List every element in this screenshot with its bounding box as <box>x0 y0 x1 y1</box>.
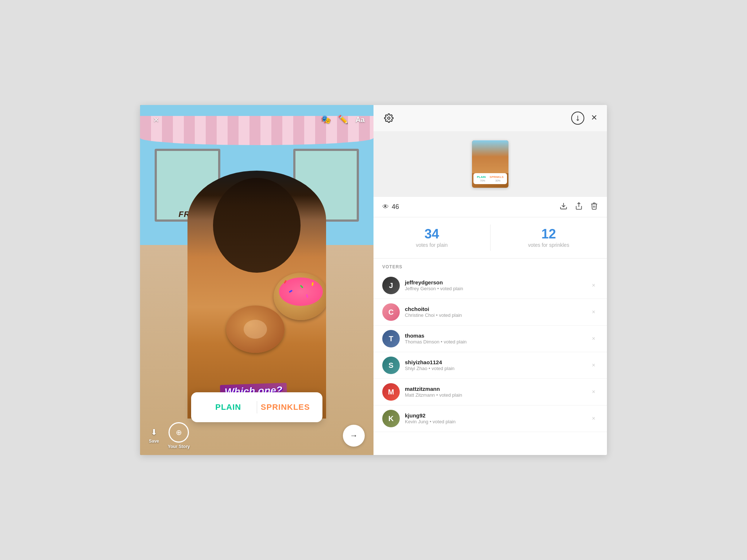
save-label: Save <box>149 439 159 444</box>
voter-row[interactable]: MmattzitzmannMatt Zitzmann • voted plain… <box>374 379 607 405</box>
story-background: DELICIO FRESH PIES <box>140 105 374 455</box>
story-editor-panel: DELICIO FRESH PIES <box>140 105 374 455</box>
sprinkles-votes-col: 12 votes for sprinkles <box>491 225 607 251</box>
voter-info: thomasThomas Dimson • voted plain <box>405 332 589 345</box>
close-icon: × <box>153 115 159 124</box>
gear-icon <box>384 113 394 123</box>
story-circle-button[interactable]: ⊕ <box>169 422 189 443</box>
sticker-tool-icon[interactable]: 🎭 <box>321 115 331 124</box>
voter-detail: Jeffrey Gerson • voted plain <box>405 286 589 292</box>
sprinkles-vote-number: 12 <box>491 228 607 241</box>
close-icon <box>590 113 598 121</box>
thumb-vote-numbers: 70% 30% <box>475 179 506 182</box>
close-story-button[interactable] <box>590 113 598 123</box>
story-thumbnail-area: PLAIN SPRNKLS 70% 30% <box>374 131 607 197</box>
voter-avatar: C <box>382 303 400 321</box>
story-top-bar: × 🎭 ✏️ Aa <box>140 105 374 134</box>
sprinkle-1 <box>284 280 287 284</box>
story-bottom-actions: ⬇ Save ⊕ Your Story <box>149 422 190 449</box>
voter-avatar: T <box>382 330 400 347</box>
voter-username: shiyizhao1124 <box>405 359 589 366</box>
plus-icon: ⊕ <box>176 429 182 436</box>
save-action[interactable]: ⬇ Save <box>149 428 159 444</box>
sprinkle-2 <box>300 285 303 288</box>
voter-info: kjung92Kevin Jung • voted plain <box>405 412 589 425</box>
voter-avatar: S <box>382 357 400 374</box>
sprinkle-5 <box>306 294 308 298</box>
plain-votes-col: 34 votes for plain <box>374 225 491 251</box>
voter-detail: Matt Zitzmann • voted plain <box>405 392 589 398</box>
sprinkles-donut <box>274 273 326 320</box>
thumb-plain-count: 70% <box>480 179 485 182</box>
thumb-bg <box>472 140 508 173</box>
voter-detail: Thomas Dimson • voted plain <box>405 339 589 345</box>
download-icon <box>560 202 568 210</box>
draw-tool-icon[interactable]: ✏️ <box>338 115 348 124</box>
svg-point-0 <box>388 117 390 120</box>
poll-option-sprinkles[interactable]: SPRINKLES <box>257 400 314 415</box>
voter-remove-button[interactable]: × <box>589 387 598 397</box>
voter-info: chchoitoiChristine Choi • voted plain <box>405 306 589 319</box>
delete-action-button[interactable] <box>590 202 598 212</box>
your-story-action[interactable]: ⊕ Your Story <box>168 422 190 449</box>
voter-remove-button[interactable]: × <box>589 334 598 343</box>
poll-options: PLAIN SPRINKLES <box>200 400 314 415</box>
voter-avatar: M <box>382 383 400 401</box>
voter-username: chchoitoi <box>405 306 589 313</box>
voter-remove-button[interactable]: × <box>589 361 598 370</box>
sprinkle-4 <box>311 282 314 286</box>
story-insights-panel: PLAIN SPRNKLS 70% 30% 👁 46 <box>374 105 607 455</box>
voter-row[interactable]: Sshiyizhao1124Shiyi Zhao • voted plain× <box>374 352 607 379</box>
voter-row[interactable]: TthomasThomas Dimson • voted plain× <box>374 326 607 352</box>
next-button[interactable]: → <box>343 425 365 447</box>
thumb-poll-overlay: PLAIN SPRNKLS 70% 30% <box>473 173 507 184</box>
share-icon <box>575 202 583 210</box>
voter-username: kjung92 <box>405 412 589 419</box>
archive-icon <box>574 115 581 121</box>
voter-username: jeffreydgerson <box>405 279 589 286</box>
thumb-poll-options: PLAIN SPRNKLS <box>475 175 506 179</box>
poll-option-plain[interactable]: PLAIN <box>200 400 257 415</box>
voter-remove-button[interactable]: × <box>589 414 598 423</box>
voter-row[interactable]: Kkjung92Kevin Jung • voted plain× <box>374 405 607 432</box>
download-icon: ⬇ <box>151 428 157 437</box>
voters-section: VOTERS JjeffreydgersonJeffrey Gerson • v… <box>374 258 607 455</box>
share-action-button[interactable] <box>575 202 583 212</box>
settings-button[interactable] <box>382 112 395 125</box>
voter-row[interactable]: CchchoitoiChristine Choi • voted plain× <box>374 299 607 326</box>
thumb-plain-label: PLAIN <box>477 175 485 179</box>
voter-username: mattzitzmann <box>405 385 589 393</box>
voter-avatar: K <box>382 410 400 427</box>
voter-detail: Kevin Jung • voted plain <box>405 419 589 425</box>
thumb-sprinkles-label: SPRNKLS <box>489 175 503 179</box>
app-container: DELICIO FRESH PIES <box>140 105 607 455</box>
donut-group <box>226 273 326 353</box>
views-action-buttons <box>560 202 598 212</box>
download-action-button[interactable] <box>560 202 568 212</box>
voter-remove-button[interactable]: × <box>589 307 598 317</box>
person-photo <box>187 171 326 419</box>
plain-donut <box>226 306 285 353</box>
close-button[interactable]: × <box>149 112 163 127</box>
story-bottom-bar: ⬇ Save ⊕ Your Story → <box>140 416 374 455</box>
votes-section: 34 votes for plain 12 votes for sprinkle… <box>374 217 607 258</box>
voters-header: VOTERS <box>374 258 607 272</box>
story-thumbnail[interactable]: PLAIN SPRNKLS 70% 30% <box>472 140 508 188</box>
voter-info: jeffreydgersonJeffrey Gerson • voted pla… <box>405 279 589 292</box>
sprinkles-vote-label: votes for sprinkles <box>491 242 607 248</box>
plain-vote-label: votes for plain <box>374 242 490 248</box>
archive-button[interactable] <box>571 112 584 125</box>
views-bar: 👁 46 <box>374 197 607 217</box>
voter-info: shiyizhao1124Shiyi Zhao • voted plain <box>405 359 589 372</box>
person-face <box>213 178 301 273</box>
text-tool-icon[interactable]: Aa <box>355 116 365 124</box>
voter-detail: Christine Choi • voted plain <box>405 312 589 319</box>
views-count: 👁 46 <box>382 203 399 211</box>
eye-icon: 👁 <box>382 203 389 211</box>
voter-info: mattzitzmannMatt Zitzmann • voted plain <box>405 385 589 398</box>
trash-icon <box>590 202 598 210</box>
voter-row[interactable]: JjeffreydgersonJeffrey Gerson • voted pl… <box>374 272 607 299</box>
voter-username: thomas <box>405 332 589 339</box>
voters-list: JjeffreydgersonJeffrey Gerson • voted pl… <box>374 272 607 432</box>
voter-remove-button[interactable]: × <box>589 281 598 290</box>
